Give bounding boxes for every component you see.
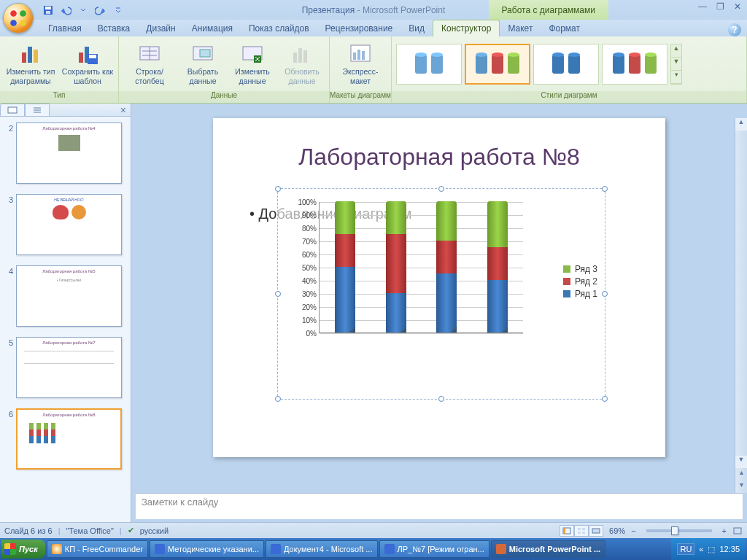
- chart-style-3[interactable]: [533, 44, 599, 85]
- slide-title[interactable]: Лабораторная работа №8: [213, 118, 665, 171]
- thumb-number: 2: [4, 122, 13, 133]
- tray-icon[interactable]: ⬚: [708, 545, 715, 554]
- office-button[interactable]: [3, 3, 34, 34]
- tab-insert[interactable]: Вставка: [90, 20, 139, 36]
- word-icon: [271, 544, 281, 554]
- tab-home[interactable]: Главная: [40, 20, 90, 36]
- tab-review[interactable]: Рецензирование: [317, 20, 401, 36]
- zoom-in-button[interactable]: +: [722, 526, 727, 535]
- clock[interactable]: 12:35: [719, 545, 740, 553]
- tab-design[interactable]: Дизайн: [138, 20, 183, 36]
- thumb-number: 5: [4, 337, 13, 347]
- slides-tab[interactable]: [0, 104, 25, 117]
- svg-rect-30: [582, 528, 585, 530]
- tab-view[interactable]: Вид: [400, 20, 433, 36]
- svg-rect-16: [200, 50, 210, 57]
- help-button[interactable]: ?: [728, 23, 741, 36]
- group-type: Изменить тип диаграммы Сохранить как шаб…: [0, 36, 119, 103]
- close-button[interactable]: ✕: [731, 1, 744, 12]
- group-data-label: Данные: [119, 91, 329, 103]
- tab-animation[interactable]: Анимация: [184, 20, 241, 36]
- undo-dropdown[interactable]: [75, 3, 91, 18]
- slide-indicator: Слайд 6 из 6: [4, 526, 53, 535]
- minimize-button[interactable]: —: [696, 1, 709, 12]
- svg-rect-26: [8, 107, 17, 113]
- group-layouts-label: Макеты диаграмм: [330, 91, 391, 103]
- taskbar-item[interactable]: КП - FreeCommander: [47, 540, 148, 558]
- normal-view-button[interactable]: [560, 525, 574, 537]
- style-gallery-scroll[interactable]: ▲▼▾: [670, 44, 682, 85]
- slide-thumbnail-5[interactable]: Лабораторная работа №7: [16, 337, 122, 398]
- switch-row-col-button[interactable]: Строка/столбец: [122, 39, 177, 90]
- start-button[interactable]: Пуск: [1, 540, 45, 559]
- editor-area: Лабораторная работа №8 Добавление диагра…: [131, 104, 747, 522]
- svg-rect-23: [353, 52, 356, 60]
- outline-tab[interactable]: [25, 104, 50, 117]
- svg-point-1: [20, 10, 26, 17]
- slide-canvas[interactable]: Лабораторная работа №8 Добавление диагра…: [131, 118, 747, 493]
- qat-customize[interactable]: [110, 3, 126, 18]
- zoom-value[interactable]: 69%: [609, 526, 625, 535]
- spellcheck-icon[interactable]: ✔: [128, 526, 134, 535]
- chart-style-4[interactable]: [602, 44, 667, 85]
- taskbar-item[interactable]: Методические указани...: [150, 540, 264, 558]
- chart-plot: 0%10%20%30%40%50%60%70%80%90%100%Категор…: [319, 202, 523, 333]
- edit-data-button[interactable]: Изменить данные: [228, 39, 276, 90]
- svg-rect-6: [46, 11, 50, 14]
- thumb-number: 6: [4, 408, 13, 419]
- tab-chart-design[interactable]: Конструктор: [433, 20, 500, 36]
- redo-button[interactable]: [93, 3, 109, 18]
- save-template-button[interactable]: Сохранить как шаблон: [60, 39, 115, 90]
- fit-button[interactable]: [732, 526, 743, 535]
- edit-data-icon: [241, 42, 264, 66]
- theme-indicator: "Тема Office": [66, 526, 114, 535]
- zoom-out-button[interactable]: −: [631, 526, 635, 535]
- thumb-number: 4: [4, 265, 13, 276]
- thumb-number: 3: [4, 194, 13, 204]
- notes-pane[interactable]: Заметки к слайду: [136, 493, 743, 519]
- save-button[interactable]: [40, 3, 56, 18]
- next-slide-button[interactable]: ▾: [735, 481, 747, 493]
- taskbar-item-active[interactable]: Microsoft PowerPoint ...: [491, 540, 605, 558]
- slide-thumbnail-4[interactable]: Лабораторная работа №5• Гиперссылки: [16, 265, 122, 327]
- sorter-view-button[interactable]: [574, 525, 589, 537]
- slide-panel-tabs: ×: [0, 104, 131, 117]
- chart-style-2[interactable]: [465, 44, 530, 85]
- slideshow-view-button[interactable]: [589, 525, 603, 537]
- change-chart-type-label: Изменить тип диаграммы: [4, 67, 57, 85]
- maximize-button[interactable]: ❐: [713, 1, 727, 12]
- windows-taskbar: Пуск КП - FreeCommander Методические ука…: [0, 538, 747, 560]
- chart-style-1[interactable]: [396, 44, 462, 85]
- select-data-button[interactable]: Выбрать данные: [179, 39, 227, 90]
- quick-layout-icon: [349, 42, 372, 66]
- refresh-data-button[interactable]: Обновить данные: [278, 39, 326, 90]
- taskbar-item[interactable]: ЛР_№7 [Режим огран...: [379, 540, 489, 558]
- vertical-scrollbar[interactable]: ▲▼ ▴▾: [735, 118, 747, 493]
- prev-slide-button[interactable]: ▴: [735, 468, 747, 481]
- zoom-slider[interactable]: [646, 529, 712, 532]
- undo-button[interactable]: [58, 3, 74, 18]
- slide-thumbnail-3[interactable]: НЕ ВЕШАЙ НОС!: [16, 194, 122, 255]
- svg-rect-19: [293, 52, 297, 63]
- tab-chart-format[interactable]: Формат: [541, 20, 588, 36]
- select-data-label: Выбрать данные: [180, 67, 225, 85]
- tab-chart-layout[interactable]: Макет: [500, 20, 541, 36]
- slide-thumbnail-6[interactable]: Лабораторная работа №8: [16, 408, 122, 470]
- slide-thumbnail-2[interactable]: Лабораторная работа №4: [16, 122, 122, 184]
- chart-type-icon: [19, 42, 42, 66]
- quick-layout-button[interactable]: Экспресс-макет: [333, 39, 388, 90]
- svg-rect-9: [34, 50, 38, 63]
- change-chart-type-button[interactable]: Изменить тип диаграммы: [3, 39, 58, 90]
- svg-rect-25: [362, 51, 365, 60]
- language-bar[interactable]: RU: [677, 543, 694, 555]
- ribbon: Изменить тип диаграммы Сохранить как шаб…: [0, 36, 747, 104]
- system-tray: RU « ⬚ 12:35: [671, 538, 746, 560]
- panel-close[interactable]: ×: [117, 104, 129, 116]
- group-type-label: Тип: [0, 91, 118, 103]
- taskbar-item[interactable]: Документ4 - Microsoft ...: [266, 540, 378, 558]
- chart-object[interactable]: 0%10%20%30%40%50%60%70%80%90%100%Категор…: [277, 188, 605, 400]
- powerpoint-icon: [496, 544, 506, 554]
- language-indicator[interactable]: русский: [140, 526, 169, 535]
- tab-slideshow[interactable]: Показ слайдов: [241, 20, 317, 36]
- tray-expand[interactable]: «: [699, 545, 703, 553]
